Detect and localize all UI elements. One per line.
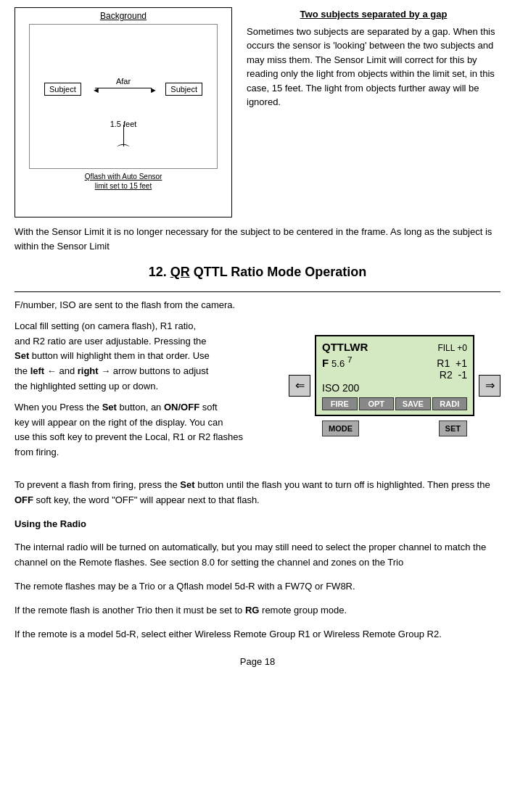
left-arrow-button[interactable]: ⇐ bbox=[289, 375, 310, 397]
set-bold: Set bbox=[15, 350, 29, 361]
diagram-label-top: Background bbox=[18, 11, 228, 21]
off-paragraph: To prevent a flash from firing, press th… bbox=[15, 478, 500, 508]
lcd-radi-button[interactable]: RADI bbox=[432, 397, 468, 410]
radio-para-4: If the remote is a model 5d-R, select ei… bbox=[15, 627, 500, 642]
lcd-save-button[interactable]: SAVE bbox=[395, 397, 431, 410]
lcd-soft-row: MODE SET bbox=[315, 420, 474, 436]
afar-label: Afar bbox=[116, 77, 131, 86]
lcd-mode-soft-button[interactable]: MODE bbox=[322, 420, 359, 436]
lcd-top-row: QTTLWR FILL +0 bbox=[322, 341, 467, 353]
section-heading: 12. QR QTTL Ratio Mode Operation bbox=[15, 265, 500, 280]
top-section: Background Subject Subject ◄ ► Afar 1.5 … bbox=[15, 7, 500, 218]
divider bbox=[15, 291, 500, 292]
qr-para-3: When you Press the Set button, an ON/OFF… bbox=[15, 400, 281, 460]
page-number: Page 18 bbox=[15, 656, 500, 667]
using-radio-heading: Using the Radio bbox=[15, 517, 500, 532]
lcd-iso-row: ISO 200 bbox=[322, 382, 467, 394]
lcd-display: QTTLWR FILL +0 F 5.6 7 R1 +1 bbox=[315, 335, 474, 436]
lcd-with-arrows: ⇐ QTTLWR FILL +0 F 5.6 7 bbox=[289, 305, 500, 466]
qr-para-2: Local fill setting (on camera flash), R1… bbox=[15, 319, 281, 394]
diagram-caption: Qflash with Auto Sensor limit set to 15 … bbox=[18, 172, 228, 191]
subject-arrow-line bbox=[95, 88, 152, 88]
right-arrow-button[interactable]: ⇒ bbox=[479, 375, 500, 397]
lcd-screen: QTTLWR FILL +0 F 5.6 7 R1 +1 bbox=[315, 335, 474, 416]
radio-para-1: The internal radio will be turned on aut… bbox=[15, 540, 500, 571]
lcd-f-section: F 5.6 7 bbox=[322, 355, 353, 369]
camera-icon: ⌒ bbox=[116, 141, 131, 161]
radio-para-2: The remote flashes may be a Trio or a Qf… bbox=[15, 579, 500, 594]
qr-text: F/number, ISO are sent to the flash from… bbox=[15, 298, 281, 466]
radio-para-3: If the remote flash is another Trio then… bbox=[15, 603, 500, 618]
sensor-paragraph: With the Sensor Limit it is no longer ne… bbox=[15, 225, 500, 253]
top-title: Two subjects separated by a gap bbox=[247, 7, 500, 22]
qr-section: F/number, ISO are sent to the flash from… bbox=[15, 298, 500, 466]
lcd-fire-button[interactable]: FIRE bbox=[322, 397, 358, 410]
subject-right-box: Subject bbox=[165, 83, 202, 96]
diagram-inner: Subject Subject ◄ ► Afar 1.5 feet ⌒ bbox=[29, 24, 218, 169]
lcd-set-soft-button[interactable]: SET bbox=[439, 420, 467, 436]
lcd-fill: FILL +0 bbox=[437, 343, 467, 353]
subject-left-box: Subject bbox=[44, 83, 81, 96]
qr-para-1: F/number, ISO are sent to the flash from… bbox=[15, 298, 281, 313]
lcd-mid-row: F 5.6 7 R1 +1 R2 -1 bbox=[322, 355, 467, 381]
lcd-r-values: R1 +1 R2 -1 bbox=[437, 357, 467, 381]
lcd-button-row: FIRE OPT SAVE RADI bbox=[322, 397, 467, 410]
lcd-mode: QTTLWR bbox=[322, 341, 368, 353]
top-body-text: Sometimes two subjects are separated by … bbox=[247, 26, 495, 108]
lcd-opt-button[interactable]: OPT bbox=[359, 397, 395, 410]
top-text-block: Two subjects separated by a gap Sometime… bbox=[247, 7, 500, 218]
diagram-box: Background Subject Subject ◄ ► Afar 1.5 … bbox=[15, 7, 232, 218]
